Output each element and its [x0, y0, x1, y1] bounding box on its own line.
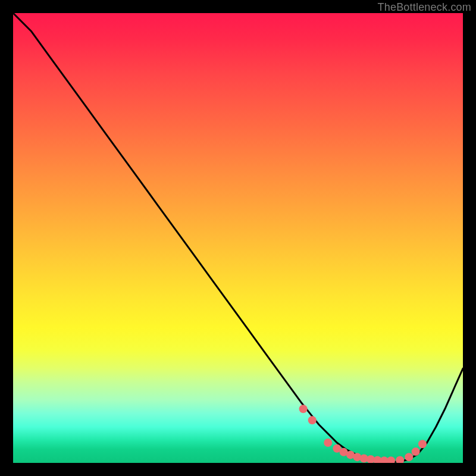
chart-container: TheBottleneck.com [0, 0, 476, 476]
marker-dot [412, 447, 420, 456]
chart-svg [13, 13, 463, 463]
marker-dot [324, 439, 332, 447]
plot-area [13, 13, 463, 463]
marker-dot [299, 405, 308, 413]
attribution-label: TheBottleneck.com [378, 1, 471, 14]
bottleneck-curve [13, 13, 463, 462]
marker-dot [405, 453, 413, 461]
marker-dot [396, 456, 404, 463]
marker-dot [418, 440, 427, 448]
marker-dot [308, 416, 317, 424]
curve-path [13, 13, 463, 462]
marker-dot [387, 456, 395, 463]
plateau-markers [299, 405, 427, 463]
